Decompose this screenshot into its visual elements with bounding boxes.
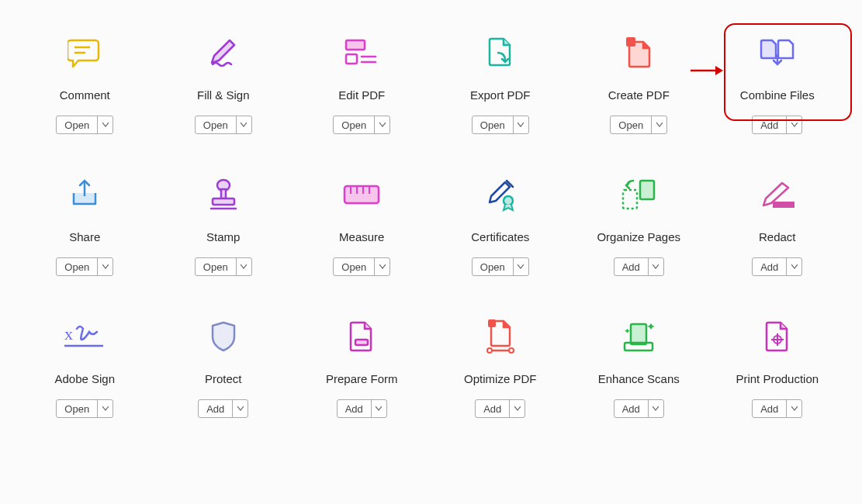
open-button[interactable]: Open — [195, 116, 252, 134]
svg-point-27 — [509, 348, 514, 353]
export-pdf-icon — [483, 31, 518, 74]
tool-certificates[interactable]: Certificates Open — [431, 173, 570, 276]
stamp-icon — [206, 173, 241, 216]
tool-adobe-sign[interactable]: x Adobe Sign Open — [16, 315, 154, 418]
tool-share[interactable]: Share Open — [16, 173, 154, 276]
dropdown-caret[interactable] — [786, 258, 801, 275]
tool-export-pdf[interactable]: Export PDF Open — [431, 31, 570, 134]
tool-label: Adobe Sign — [54, 372, 115, 385]
add-button[interactable]: Add — [752, 116, 802, 134]
open-button[interactable]: Open — [195, 257, 252, 276]
tool-label: Print Production — [736, 372, 819, 385]
enhance-scans-icon — [620, 315, 657, 358]
tool-enhance-scans[interactable]: Enhance Scans Add — [569, 315, 708, 418]
organize-pages-icon — [620, 173, 657, 216]
add-button[interactable]: Add — [475, 399, 525, 418]
redact-icon — [759, 173, 796, 216]
dropdown-caret[interactable] — [374, 258, 389, 275]
tool-measure[interactable]: Measure Open — [293, 173, 431, 276]
svg-rect-18 — [640, 181, 654, 199]
open-button[interactable]: Open — [56, 116, 113, 134]
tool-label: Fill & Sign — [197, 88, 250, 102]
tool-label: Optimize PDF — [464, 372, 536, 385]
tool-comment[interactable]: Comment Open — [16, 31, 154, 134]
tool-organize-pages[interactable]: Organize Pages Add — [569, 173, 708, 276]
dropdown-caret[interactable] — [97, 400, 113, 417]
svg-rect-19 — [623, 190, 637, 209]
svg-text:x: x — [64, 324, 73, 343]
dropdown-caret[interactable] — [786, 400, 801, 417]
create-pdf-icon — [621, 31, 656, 74]
dropdown-caret[interactable] — [97, 258, 113, 275]
edit-pdf-icon — [344, 31, 379, 74]
dropdown-caret[interactable] — [648, 400, 663, 417]
tool-label: Protect — [205, 372, 242, 385]
svg-rect-12 — [344, 186, 379, 203]
tool-combine-files[interactable]: Combine Files Add — [708, 31, 847, 134]
tool-label: Prepare Form — [326, 372, 398, 385]
dropdown-caret[interactable] — [374, 116, 389, 133]
adobe-sign-icon: x — [63, 315, 106, 358]
add-button[interactable]: Add — [614, 257, 664, 276]
open-button[interactable]: Open — [333, 116, 390, 134]
tool-stamp[interactable]: Stamp Open — [154, 173, 293, 276]
tool-label: Comment — [60, 88, 110, 102]
svg-rect-2 — [346, 40, 365, 50]
tool-label: Combine Files — [740, 88, 815, 102]
open-button[interactable]: Open — [472, 257, 529, 276]
dropdown-caret[interactable] — [513, 116, 528, 133]
dropdown-caret[interactable] — [236, 116, 251, 133]
fill-sign-icon — [206, 31, 241, 74]
open-button[interactable]: Open — [472, 116, 529, 134]
add-button[interactable]: Add — [337, 399, 387, 418]
dropdown-caret[interactable] — [232, 400, 248, 417]
certificates-icon — [483, 173, 518, 216]
svg-rect-23 — [355, 340, 368, 345]
tool-fill-sign[interactable]: Fill & Sign Open — [154, 31, 293, 134]
dropdown-caret[interactable] — [371, 400, 386, 417]
tool-protect[interactable]: Protect Add — [154, 315, 293, 418]
tool-label: Certificates — [471, 230, 529, 243]
protect-icon — [209, 315, 237, 358]
svg-point-17 — [504, 196, 513, 205]
tool-label: Share — [69, 230, 100, 243]
svg-rect-6 — [626, 37, 635, 47]
svg-rect-20 — [773, 202, 794, 208]
svg-rect-3 — [346, 54, 357, 64]
dropdown-caret[interactable] — [513, 258, 528, 275]
tools-grid: Comment Open Fill & Sign Open — [0, 0, 862, 426]
tool-label: Create PDF — [608, 88, 670, 102]
dropdown-caret[interactable] — [236, 258, 251, 275]
svg-rect-28 — [631, 324, 646, 344]
dropdown-caret[interactable] — [648, 258, 663, 275]
add-button[interactable]: Add — [198, 399, 248, 418]
add-button[interactable]: Add — [614, 399, 664, 418]
tool-redact[interactable]: Redact Add — [708, 173, 847, 276]
open-button[interactable]: Open — [333, 257, 390, 276]
tool-label: Edit PDF — [338, 88, 385, 102]
tool-label: Organize Pages — [597, 230, 680, 243]
dropdown-caret[interactable] — [97, 116, 113, 133]
tool-prepare-form[interactable]: Prepare Form Add — [293, 315, 431, 418]
svg-rect-10 — [213, 198, 234, 205]
tool-optimize-pdf[interactable]: Optimize PDF Add — [431, 315, 570, 418]
tool-edit-pdf[interactable]: Edit PDF Open — [293, 31, 431, 134]
add-button[interactable]: Add — [752, 399, 802, 418]
svg-rect-9 — [221, 189, 226, 198]
open-button[interactable]: Open — [56, 257, 113, 276]
optimize-pdf-icon — [485, 315, 516, 358]
open-button[interactable]: Open — [610, 116, 667, 134]
add-button[interactable]: Add — [752, 257, 802, 276]
tool-print-production[interactable]: Print Production Add — [708, 315, 847, 418]
svg-point-26 — [487, 348, 492, 353]
tool-label: Redact — [759, 230, 796, 243]
tool-create-pdf[interactable]: Create PDF Open — [569, 31, 708, 134]
dropdown-caret[interactable] — [786, 116, 801, 133]
tool-label: Enhance Scans — [598, 372, 680, 385]
dropdown-caret[interactable] — [509, 400, 524, 417]
open-button[interactable]: Open — [56, 399, 113, 418]
print-production-icon — [763, 315, 791, 358]
tool-label: Stamp — [206, 230, 240, 243]
share-icon — [68, 173, 102, 216]
dropdown-caret[interactable] — [651, 116, 666, 133]
